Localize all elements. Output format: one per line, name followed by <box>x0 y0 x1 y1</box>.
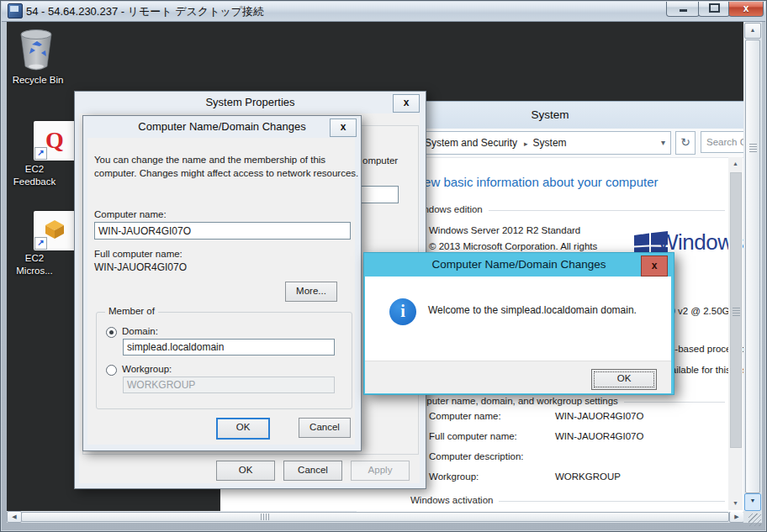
close-icon[interactable]: x <box>641 255 668 277</box>
breadcrumb-arrow-icon: ▸ <box>521 140 532 148</box>
maximize-button[interactable] <box>698 0 730 17</box>
desktop-icon-label: EC2 Micros... <box>7 252 62 277</box>
scrollbar-thumb[interactable] <box>730 172 742 448</box>
desktop-icon-label: Recycle Bin <box>0 74 76 87</box>
row-value: WIN-JAUOR4GI07O <box>555 431 643 441</box>
occluded-text-fragment: omputer <box>362 155 398 166</box>
full-computer-name-value: WIN-JAUOR4GI07O <box>94 261 187 273</box>
more-button[interactable]: More... <box>285 282 337 302</box>
row-value: WORKGROUP <box>555 471 621 482</box>
scroll-left-icon[interactable]: ◀ <box>7 511 22 523</box>
rdp-app-icon <box>8 3 23 18</box>
recycle-bin-icon <box>15 28 57 71</box>
ok-button[interactable]: OK <box>216 418 270 440</box>
close-icon[interactable]: x <box>330 119 357 137</box>
scrollbar-thumb[interactable] <box>745 40 760 493</box>
rdp-horizontal-scrollbar[interactable]: ◀ ▶ <box>7 511 743 523</box>
row-value: WIN-JAUOR4GI07O <box>555 411 643 421</box>
refresh-icon: ↻ <box>680 135 690 149</box>
computer-name-input[interactable] <box>94 222 351 240</box>
minimize-button[interactable] <box>666 0 700 17</box>
maximize-icon <box>709 3 720 13</box>
desktop-icon-ec2-microsite[interactable]: ↗ <box>34 211 76 250</box>
page-title: View basic information about your comput… <box>413 175 659 189</box>
apply-button: Apply <box>351 461 410 481</box>
shortcut-arrow-icon: ↗ <box>34 237 47 250</box>
section-header: Windows activation <box>410 495 493 505</box>
close-icon: x <box>743 3 749 14</box>
minimize-icon <box>680 9 687 12</box>
dialog-title: Computer Name/Domain Changes <box>431 258 606 271</box>
rdp-vertical-scrollbar[interactable]: ▲ ▼ <box>743 21 762 511</box>
ec2-feedback-q-icon: Q <box>45 127 64 153</box>
section-rule <box>624 402 725 403</box>
scroll-right-icon[interactable]: ▶ <box>729 511 744 523</box>
section-header: Computer name, domain, and workgroup set… <box>406 396 618 406</box>
thumb-grip <box>749 144 757 152</box>
dialog-title: Computer Name/Domain Changes <box>138 120 305 133</box>
breadcrumb-current[interactable]: System <box>532 137 570 149</box>
section-computer-name: Computer name, domain, and workgroup set… <box>406 396 725 406</box>
thumb-grip <box>261 514 269 520</box>
welcome-dialog: Computer Name/Domain Changes x i Welcome… <box>363 252 674 395</box>
row-label: Full computer name: <box>429 431 517 441</box>
dialog-titlebar[interactable]: Computer Name/Domain Changes <box>364 253 674 277</box>
background-window-strip <box>220 489 357 511</box>
ok-button[interactable]: OK <box>216 461 275 481</box>
dialog-description: You can change the name and the membersh… <box>94 153 362 180</box>
breadcrumb-parent[interactable]: System and Security <box>413 137 521 149</box>
workgroup-input <box>123 377 335 393</box>
dialog-titlebar[interactable]: System Properties <box>75 92 426 113</box>
computer-name-label: Computer name: <box>94 209 167 219</box>
desktop-icon-label: EC2 Feedback <box>7 163 62 188</box>
dialog-footer: OK <box>365 361 671 393</box>
section-windows-activation: Windows activation <box>410 495 725 505</box>
cancel-button[interactable]: Cancel <box>283 461 342 481</box>
rdp-titlebar[interactable]: 54 - 54.64.230.237 - リモート デスクトップ接続 x <box>0 0 767 22</box>
dialog-titlebar[interactable]: Computer Name/Domain Changes <box>83 116 361 138</box>
dialog-title: System Properties <box>205 96 294 108</box>
welcome-message: Welcome to the simplead.localdomain doma… <box>428 304 637 316</box>
row-label: Computer name: <box>429 411 501 421</box>
refresh-button[interactable]: ↻ <box>675 131 696 155</box>
workgroup-label: Workgroup: <box>122 364 172 374</box>
domain-radio[interactable] <box>106 327 117 338</box>
cancel-button[interactable]: Cancel <box>299 418 351 438</box>
domain-label: Domain: <box>122 326 158 336</box>
thumb-grip <box>733 308 740 316</box>
scroll-down-icon[interactable]: ▼ <box>744 493 761 511</box>
member-of-groupbox: Member of Domain: Workgroup: <box>96 312 352 409</box>
domain-input[interactable] <box>123 339 335 356</box>
desktop-icon-recycle-bin[interactable] <box>15 28 61 73</box>
search-input[interactable] <box>701 131 743 153</box>
scrollbar-thumb[interactable] <box>21 512 729 522</box>
resize-grip[interactable] <box>748 514 761 526</box>
chevron-down-icon[interactable]: ▾ <box>661 132 665 154</box>
close-icon[interactable]: x <box>393 94 420 113</box>
row-label: Computer description: <box>429 451 524 461</box>
scroll-down-icon[interactable]: ▼ <box>728 497 743 510</box>
system-window-title: System <box>531 108 569 121</box>
info-icon: i <box>389 298 416 325</box>
section-windows-edition: Windows edition <box>412 204 725 214</box>
member-of-label: Member of <box>105 306 158 316</box>
scroll-up-icon[interactable]: ▲ <box>744 23 761 39</box>
scroll-up-icon[interactable]: ▲ <box>728 157 743 171</box>
ok-button[interactable]: OK <box>591 369 657 390</box>
section-rule <box>499 501 725 502</box>
address-bar[interactable]: System and Security▸System ▾ <box>412 131 671 155</box>
system-window-scrollbar[interactable]: ▲ ▼ <box>728 157 743 510</box>
close-button[interactable]: x <box>728 0 764 17</box>
shortcut-arrow-icon: ↗ <box>34 147 47 160</box>
rdp-window-title: 54 - 54.64.230.237 - リモート デスクトップ接続 <box>26 4 264 19</box>
desktop-icon-ec2-feedback[interactable]: Q ↗ <box>34 121 76 161</box>
name-domain-changes-dialog: Computer Name/Domain Changes x You can c… <box>82 115 362 451</box>
section-rule <box>489 210 725 211</box>
full-computer-name-label: Full computer name: <box>94 249 182 259</box>
product-name: Windows Server 2012 R2 Standard <box>429 225 580 235</box>
workgroup-radio[interactable] <box>106 365 117 376</box>
row-label: Workgroup: <box>429 471 479 482</box>
